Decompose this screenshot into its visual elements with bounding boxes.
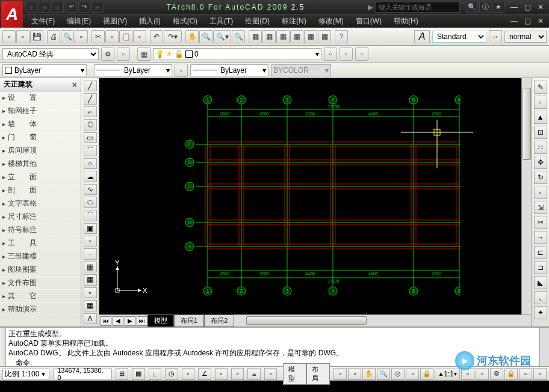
- move-button[interactable]: ✥: [534, 156, 547, 169]
- layout2-tab[interactable]: 布局2: [204, 314, 234, 327]
- minimize-button[interactable]: —: [508, 2, 520, 13]
- extend-button[interactable]: →: [534, 231, 547, 244]
- paste-button[interactable]: 📋: [119, 30, 132, 43]
- panel-item-grid-column[interactable]: ▸轴网柱子: [0, 105, 81, 118]
- tab-prev-button[interactable]: ◀: [113, 316, 123, 326]
- pan-status-button[interactable]: ✋: [362, 368, 376, 380]
- scale-select[interactable]: 比例 1:100 ▾: [2, 369, 49, 379]
- tab-next-button[interactable]: ▶: [125, 316, 135, 326]
- panel-item-section[interactable]: ▸剖 面: [0, 184, 81, 197]
- xline-button[interactable]: ╱: [84, 93, 97, 104]
- panel-item-wall[interactable]: ▸墙 体: [0, 118, 81, 131]
- trim-button[interactable]: ✂: [534, 216, 547, 229]
- menu-modify[interactable]: 修改(M): [312, 15, 350, 28]
- app-logo[interactable]: A: [1, 1, 23, 28]
- workspace-settings-button[interactable]: ⚙: [101, 47, 114, 61]
- toolpalettes-button[interactable]: ▦: [276, 30, 290, 43]
- scale-button[interactable]: ▫: [534, 186, 547, 199]
- info-icon[interactable]: ⓘ: [479, 2, 491, 13]
- menu-view[interactable]: 视图(V): [97, 15, 133, 28]
- ortho-button[interactable]: ∟: [149, 368, 161, 380]
- table-button[interactable]: ▦: [84, 300, 97, 311]
- layer-select[interactable]: 💡 ☀ 🔓 0 ▾: [153, 48, 321, 60]
- anno-toggle-button[interactable]: 🔒: [420, 368, 433, 380]
- command-grip[interactable]: [0, 328, 6, 366]
- grid-button[interactable]: ▦: [132, 368, 144, 380]
- showmotion-button[interactable]: ▫: [406, 368, 419, 380]
- tab-last-button[interactable]: ⏭: [137, 316, 147, 326]
- layer-previous-button[interactable]: ▫: [324, 47, 337, 61]
- qp-button[interactable]: ▫: [264, 368, 277, 380]
- zoom-previous-button[interactable]: 🔍: [232, 30, 245, 43]
- doc-close-button[interactable]: ✕: [535, 16, 547, 26]
- dyn-button[interactable]: ▫: [231, 368, 244, 380]
- layer-properties-button[interactable]: ▦: [137, 47, 150, 61]
- workspace-select[interactable]: AutoCAD 经典: [2, 48, 99, 60]
- menu-help[interactable]: 帮助(H): [388, 15, 424, 28]
- panel-item-dim[interactable]: ▸尺寸标注: [0, 210, 81, 224]
- color-select[interactable]: ByLayer ▾: [2, 64, 87, 76]
- panel-item-help-demo[interactable]: ▸帮助演示: [0, 303, 81, 316]
- plot-button[interactable]: 🖨: [47, 30, 60, 43]
- menu-format[interactable]: 格式(O): [167, 15, 203, 28]
- menu-edit[interactable]: 编辑(E): [61, 15, 97, 28]
- rotate-button[interactable]: ↻: [534, 171, 547, 184]
- qat-print-icon[interactable]: ▫: [92, 2, 104, 13]
- designcenter-button[interactable]: ▦: [262, 30, 276, 43]
- ellipse-arc-button[interactable]: ⌒: [84, 210, 97, 221]
- dim-style-select[interactable]: normal: [504, 31, 547, 43]
- markup-button[interactable]: ▦: [304, 30, 317, 43]
- scroll-thumb-v[interactable]: [523, 88, 531, 160]
- scroll-thumb-h[interactable]: [246, 316, 367, 325]
- chamfer-button[interactable]: ◣: [534, 276, 547, 289]
- mtext-button[interactable]: A: [84, 313, 97, 324]
- drawing-canvas[interactable]: 123456 123456 ABCDE ABCDE 17100 20002700…: [99, 78, 521, 314]
- panel-close-icon[interactable]: ×: [72, 80, 77, 90]
- ducs-button[interactable]: ▫: [215, 368, 228, 380]
- zoom-status-button[interactable]: 🔍: [377, 368, 390, 380]
- point-button[interactable]: ·: [84, 248, 97, 259]
- spline-button[interactable]: ∿: [84, 184, 97, 195]
- menu-insert[interactable]: 插入(I): [133, 15, 166, 28]
- pline-button[interactable]: ⌐: [84, 106, 97, 117]
- model-tab[interactable]: 模型: [147, 314, 174, 327]
- panel-item-room-roof[interactable]: ▸房间屋顶: [0, 144, 81, 158]
- mirror-button[interactable]: ▲: [534, 111, 547, 124]
- close-button[interactable]: ✕: [535, 2, 547, 13]
- tab-first-button[interactable]: ⏮: [101, 316, 111, 326]
- command-scrollbar[interactable]: [539, 328, 549, 366]
- doc-maximize-button[interactable]: ▢: [521, 16, 533, 26]
- panel-item-symbol[interactable]: ▸符号标注: [0, 224, 81, 237]
- undo-button[interactable]: ↶: [150, 30, 163, 43]
- panel-item-tools[interactable]: ▸工 具: [0, 237, 81, 250]
- search-icon[interactable]: 🔍: [466, 2, 478, 13]
- panel-item-elevation[interactable]: ▸立 面: [0, 171, 81, 184]
- status-model-tab[interactable]: 模型: [283, 363, 306, 385]
- zoom-realtime-button[interactable]: 🔍: [199, 30, 212, 43]
- join-button[interactable]: ⊐: [534, 261, 547, 274]
- otrack-button[interactable]: ∠: [198, 368, 211, 380]
- rectangle-button[interactable]: ▭: [84, 132, 97, 143]
- qat-redo-icon[interactable]: ↷: [78, 2, 90, 13]
- open-button[interactable]: ▫: [16, 30, 29, 43]
- layer-states-button[interactable]: ▫: [340, 47, 353, 61]
- revcloud-button[interactable]: ☁: [84, 171, 97, 182]
- polygon-button[interactable]: ⬡: [84, 119, 97, 130]
- quickcalc-button[interactable]: ▦: [318, 30, 331, 43]
- erase-button[interactable]: ✎: [534, 81, 547, 94]
- copy-obj-button[interactable]: ▫: [534, 96, 547, 109]
- linetype-select[interactable]: ByLayer ▾: [94, 64, 172, 76]
- explode-button[interactable]: ✦: [534, 306, 547, 319]
- copy-button[interactable]: ▫: [105, 30, 119, 43]
- lineweight-select[interactable]: ByLayer ▾: [190, 64, 268, 76]
- redo-button[interactable]: ↷▾: [164, 30, 182, 43]
- new-button[interactable]: ▫: [2, 30, 16, 43]
- panel-item-settings[interactable]: ▸设 置: [0, 91, 81, 105]
- save-button[interactable]: 💾: [30, 30, 43, 43]
- gradient-button[interactable]: ▦: [84, 274, 97, 285]
- linetype-manager-button[interactable]: ▫: [175, 64, 188, 77]
- arc-button[interactable]: ⌒: [84, 145, 97, 156]
- panel-item-text-table[interactable]: ▸文字表格: [0, 197, 81, 210]
- layout1-tab[interactable]: 布局1: [174, 314, 204, 327]
- panel-item-block[interactable]: ▸图块图案: [0, 263, 81, 277]
